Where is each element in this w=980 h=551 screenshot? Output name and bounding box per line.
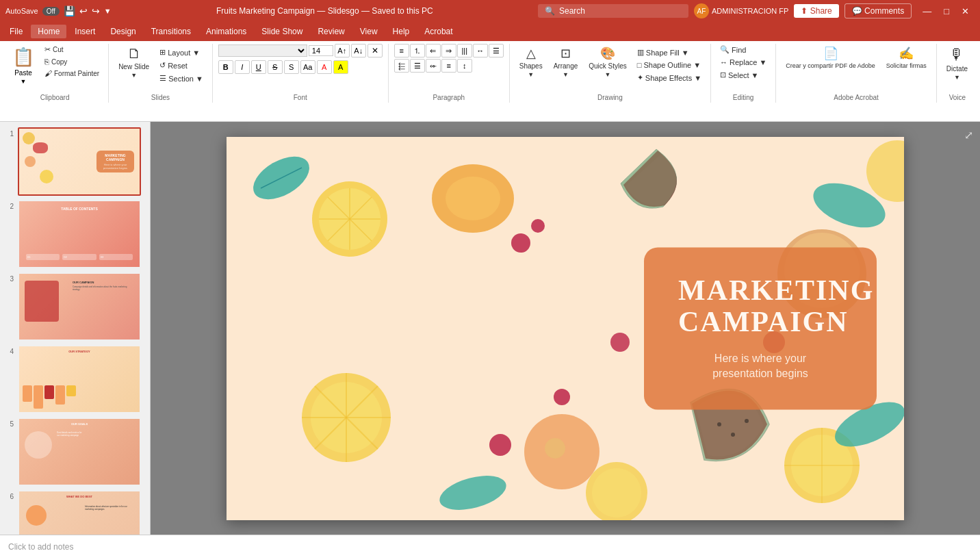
increase-font-size-button[interactable]: A↑ <box>335 44 350 57</box>
menu-home[interactable]: Home <box>31 25 66 38</box>
smart-art-button[interactable]: ☰ <box>489 44 504 57</box>
menu-file[interactable]: File <box>3 25 29 38</box>
menu-view[interactable]: View <box>353 25 385 38</box>
slide-thumbnail-2[interactable]: TABLE OF CONTENTS 01 02 03 <box>18 200 141 268</box>
slide-preview-4: OUR STRATEGY <box>19 346 140 412</box>
menu-transitions[interactable]: Transitions <box>144 25 198 38</box>
quick-styles-button[interactable]: 🎨 Quick Styles ▼ <box>584 44 631 80</box>
clear-format-button[interactable]: ✕ <box>368 44 383 57</box>
bullets-button[interactable]: ≡ <box>394 44 409 57</box>
slide-num-3: 3 <box>4 275 14 283</box>
voice-tools: 🎙 Dictate ▼ <box>942 44 972 94</box>
drawing-tools: △ Shapes ▼ ⊡ Arrange ▼ 🎨 Quick Styles ▼ … <box>515 44 705 94</box>
notes-area[interactable]: Click to add notes <box>0 535 980 551</box>
menu-animations[interactable]: Animations <box>199 25 253 38</box>
ribbon-group-drawing: △ Shapes ▼ ⊡ Arrange ▼ 🎨 Quick Styles ▼ … <box>510 44 711 103</box>
select-button[interactable]: ⊡ Select ▼ <box>717 69 762 81</box>
slide-thumb-1[interactable]: 1 MARKETING CAMPAIGN Here is where your … <box>4 127 146 196</box>
slide-thumbnail-3[interactable]: OUR CAMPAIGN Campaign details and inform… <box>18 272 141 341</box>
slide-thumb-6[interactable]: 6 WHAT WE DO BEST Information about what… <box>4 490 146 535</box>
layout-button[interactable]: ⊞ Layout ▼ <box>156 47 207 58</box>
share-button[interactable]: ⬆ Share <box>794 4 838 18</box>
ribbon-group-editing: 🔍 Find ↔ Replace ▼ ⊡ Select ▼ Editing <box>711 44 776 103</box>
align-left-button[interactable]: ⬱ <box>394 59 409 73</box>
minimize-button[interactable]: — <box>917 5 937 18</box>
svg-point-16 <box>717 422 721 426</box>
menu-design[interactable]: Design <box>103 25 142 38</box>
line-spacing-button[interactable]: ↕ <box>457 59 472 73</box>
create-pdf-button[interactable]: 📄 Crear y compartir PDF de Adobe <box>782 44 879 71</box>
text-direction-button[interactable]: ↔ <box>473 44 488 57</box>
slide-panel[interactable]: 1 MARKETING CAMPAIGN Here is where your … <box>0 122 151 535</box>
decrease-indent-button[interactable]: ⇐ <box>426 44 441 57</box>
arrange-button[interactable]: ⊡ Arrange ▼ <box>550 44 582 80</box>
slide-thumbnail-1[interactable]: MARKETING CAMPAIGN Here is where your pr… <box>18 127 141 196</box>
close-button[interactable]: ✕ <box>956 5 975 18</box>
bold-button[interactable]: B <box>218 60 233 74</box>
menu-acrobat[interactable]: Acrobat <box>417 25 459 38</box>
autosave-toggle[interactable]: Off <box>42 7 60 16</box>
drawing-label: Drawing <box>515 94 705 103</box>
menu-help[interactable]: Help <box>386 25 417 38</box>
request-signatures-button[interactable]: ✍ Solicitar firmas <box>882 44 931 71</box>
increase-indent-button[interactable]: ⇒ <box>441 44 456 57</box>
align-center-button[interactable]: ☰ <box>410 59 425 73</box>
slide-thumb-5[interactable]: 5 OUR GOALS Goal details and metrics for… <box>4 418 146 486</box>
columns-button[interactable]: ||| <box>457 44 472 57</box>
adobe-label: Adobe Acrobat <box>782 94 931 103</box>
font-size-input[interactable] <box>309 45 333 56</box>
highlight-color-button[interactable]: A <box>333 60 348 74</box>
comments-button[interactable]: 💬 Comments <box>844 3 912 18</box>
slide-num-5: 5 <box>4 420 14 428</box>
slide-thumbnail-4[interactable]: OUR STRATEGY <box>18 345 141 413</box>
menu-insert[interactable]: Insert <box>68 25 102 38</box>
justify-button[interactable]: ≡ <box>441 59 456 73</box>
cut-button[interactable]: ✂ Cut <box>41 44 103 55</box>
search-label: Search <box>559 6 585 16</box>
shape-outline-button[interactable]: □ Shape Outline ▼ <box>634 60 705 71</box>
slide-preview-5: OUR GOALS Goal details and metrics for o… <box>19 419 140 485</box>
menu-slideshow[interactable]: Slide Show <box>255 25 309 38</box>
redo-icon[interactable]: ↪ <box>92 5 100 16</box>
text-shadow-button[interactable]: S <box>284 60 299 74</box>
font-name-select[interactable] <box>218 44 307 57</box>
dictate-button[interactable]: 🎙 Dictate ▼ <box>942 44 972 83</box>
maximize-button[interactable]: □ <box>938 5 955 18</box>
editing-tools: 🔍 Find ↔ Replace ▼ ⊡ Select ▼ <box>717 44 770 94</box>
slide-thumb-2[interactable]: 2 TABLE OF CONTENTS 01 02 03 <box>4 200 146 268</box>
slide-title-box[interactable]: MARKETING CAMPAIGN Here is where your pr… <box>644 247 877 409</box>
format-painter-button[interactable]: 🖌 Format Painter <box>41 68 103 79</box>
customize-qat-icon[interactable]: ▼ <box>104 7 112 15</box>
align-right-button[interactable]: ⬰ <box>426 59 441 73</box>
strikethrough-button[interactable]: S <box>268 60 283 74</box>
slide-thumb-3[interactable]: 3 OUR CAMPAIGN Campaign details and info… <box>4 272 146 341</box>
paste-button[interactable]: 📋 Paste ▼ <box>7 44 40 88</box>
find-button[interactable]: 🔍 Find <box>717 44 749 55</box>
slide-thumbnail-5[interactable]: OUR GOALS Goal details and metrics for o… <box>18 418 141 486</box>
decrease-font-size-button[interactable]: A↓ <box>351 44 366 57</box>
save-icon[interactable]: 💾 <box>64 5 75 16</box>
search-area[interactable]: 🔍 Search <box>538 4 688 18</box>
slide-thumb-4[interactable]: 4 OUR STRATEGY <box>4 345 146 413</box>
slide-thumbnail-6[interactable]: WHAT WE DO BEST Information about what w… <box>18 490 141 535</box>
numbering-button[interactable]: ⒈ <box>410 44 425 57</box>
clipboard-tools: 📋 Paste ▼ ✂ Cut ⎘ Copy 🖌 Format Painter <box>7 44 103 94</box>
menu-review[interactable]: Review <box>311 25 351 38</box>
undo-icon[interactable]: ↩ <box>79 5 88 16</box>
underline-button[interactable]: U <box>251 60 266 74</box>
voice-label: Voice <box>942 94 972 103</box>
shape-effects-button[interactable]: ✦ Shape Effects ▼ <box>634 72 705 84</box>
font-color-button[interactable]: A <box>317 60 332 74</box>
new-slide-button[interactable]: 🗋 New Slide ▼ <box>114 44 153 81</box>
copy-button[interactable]: ⎘ Copy <box>41 56 103 67</box>
main-slide[interactable]: MARKETING CAMPAIGN Here is where your pr… <box>227 137 904 520</box>
reset-button[interactable]: ↺ Reset <box>156 60 207 71</box>
change-case-button[interactable]: Aa <box>300 60 315 74</box>
shapes-button[interactable]: △ Shapes ▼ <box>515 44 547 80</box>
notes-text: Click to add notes <box>8 542 73 552</box>
italic-button[interactable]: I <box>235 60 250 74</box>
slide-num-4: 4 <box>4 348 14 355</box>
shape-fill-button[interactable]: ▥ Shape Fill ▼ <box>634 47 705 58</box>
section-button[interactable]: ☰ Section ▼ <box>156 73 207 84</box>
replace-button[interactable]: ↔ Replace ▼ <box>717 57 770 68</box>
